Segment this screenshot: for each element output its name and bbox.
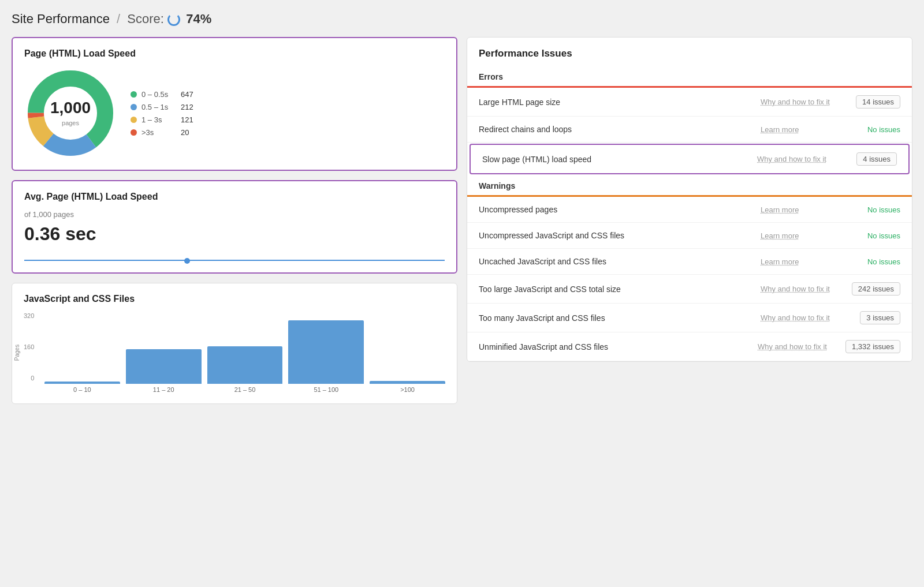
bar-2 — [207, 346, 283, 384]
bar-group-1: 11 – 20 — [126, 349, 202, 393]
issue-badge-unminified-js: 1,332 issues — [845, 340, 900, 353]
bar-4 — [370, 381, 445, 384]
issue-badge-large-html: 14 issues — [848, 95, 900, 109]
bar-group-2: 21 – 50 — [207, 346, 283, 393]
issue-badge-slow: 4 issues — [845, 152, 897, 166]
issue-name-many-js: Too many JavaScript and CSS files — [479, 313, 754, 323]
issue-name-unminified-js: Unminified JavaScript and CSS files — [479, 342, 751, 352]
donut-chart-card: Page (HTML) Load Speed — [12, 37, 457, 171]
legend-dot-yellow — [131, 117, 137, 123]
issue-name-redirect: Redirect chains and loops — [479, 125, 754, 134]
main-layout: Page (HTML) Load Speed — [12, 37, 912, 404]
issue-name-slow: Slow page (HTML) load speed — [482, 155, 750, 164]
speed-bar-line — [24, 260, 445, 261]
badge-box-many-js: 3 issues — [860, 311, 900, 324]
score-value: 74% — [186, 12, 211, 26]
issue-name-large-js-total: Too large JavaScript and CSS total size — [479, 285, 754, 294]
issue-row-unminified-js: Unminified JavaScript and CSS files Why … — [467, 332, 912, 361]
panel-title: Performance Issues — [467, 38, 912, 68]
badge-box-large-html: 14 issues — [856, 95, 900, 109]
issue-link-large-js-total[interactable]: Why and how to fix it — [761, 285, 841, 293]
score-label: Score: — [127, 12, 164, 26]
issue-link-large-html[interactable]: Why and how to fix it — [761, 98, 841, 106]
bar-chart-section: 320 160 0 Pages 0 – 10 11 – 20 — [24, 312, 445, 393]
issue-row-uncompressed-js: Uncompressed JavaScript and CSS files Le… — [467, 223, 912, 249]
issue-row-slow-wrapper: Slow page (HTML) load speed Why and how … — [467, 144, 912, 174]
speed-bar-dot — [184, 258, 190, 264]
issue-link-many-js[interactable]: Why and how to fix it — [761, 313, 841, 322]
avg-speed-subtitle: of 1,000 pages — [24, 210, 445, 219]
issue-link-slow[interactable]: Why and how to fix it — [757, 155, 838, 163]
legend-range-green: 0 – 0.5s — [141, 90, 176, 99]
no-issues-uncompressed-js: No issues — [867, 231, 900, 240]
page-title: Site Performance / Score: 74% — [12, 12, 912, 27]
issue-name-uncompressed-js: Uncompressed JavaScript and CSS files — [479, 231, 754, 240]
bar-chart-card: JavaScript and CSS Files 320 160 0 Pages… — [12, 283, 457, 404]
issue-row-large-js-total: Too large JavaScript and CSS total size … — [467, 275, 912, 304]
bar-label-0: 0 – 10 — [73, 386, 91, 393]
legend-range-yellow: 1 – 3s — [141, 115, 176, 124]
issue-row-many-js: Too many JavaScript and CSS files Why an… — [467, 304, 912, 332]
bar-chart-title: JavaScript and CSS Files — [24, 294, 445, 304]
legend-dot-blue — [131, 104, 137, 110]
legend-count-yellow: 121 — [181, 115, 193, 124]
issue-row-uncached-js: Uncached JavaScript and CSS files Learn … — [467, 249, 912, 275]
bar-label-3: 51 – 100 — [314, 386, 338, 393]
bar-0 — [44, 382, 120, 384]
score-spinner — [167, 13, 180, 26]
issue-badge-redirect: No issues — [848, 124, 900, 134]
no-issues-uncompressed-pages: No issues — [867, 205, 900, 214]
bar-1 — [126, 349, 202, 384]
issue-link-redirect[interactable]: Learn more — [761, 125, 841, 134]
bar-chart: 320 160 0 Pages 0 – 10 11 – 20 — [24, 312, 445, 393]
donut-center-label: pages — [62, 119, 79, 126]
bar-label-1: 11 – 20 — [153, 386, 174, 393]
legend-range-red: >3s — [141, 128, 176, 137]
donut-center: 1,000 pages — [50, 99, 91, 128]
legend-item-yellow: 1 – 3s 121 — [131, 115, 193, 124]
avg-speed-card: Avg. Page (HTML) Load Speed of 1,000 pag… — [12, 180, 457, 274]
issue-link-uncompressed-pages[interactable]: Learn more — [761, 205, 841, 214]
issue-name-uncompressed-pages: Uncompressed pages — [479, 205, 754, 214]
issue-row-redirect: Redirect chains and loops Learn more No … — [467, 117, 912, 143]
issue-name-large-html: Large HTML page size — [479, 98, 754, 107]
legend-item-blue: 0.5 – 1s 212 — [131, 103, 193, 111]
donut-card-title: Page (HTML) Load Speed — [24, 48, 445, 59]
bar-label-4: >100 — [400, 386, 415, 393]
issue-link-uncached-js[interactable]: Learn more — [761, 257, 841, 266]
legend-item-red: >3s 20 — [131, 128, 193, 137]
right-panel-wrapper: Performance Issues Errors Large HTML pag… — [467, 37, 912, 362]
issue-badge-uncompressed-pages: No issues — [848, 204, 900, 215]
legend-dot-green — [131, 91, 137, 98]
issue-badge-uncompressed-js: No issues — [848, 230, 900, 241]
bar-chart-y-label: Pages — [14, 345, 20, 361]
issue-link-uncompressed-js[interactable]: Learn more — [761, 231, 841, 240]
issue-badge-many-js: 3 issues — [848, 311, 900, 324]
avg-speed-value: 0.36 sec — [24, 223, 445, 245]
bar-chart-y-axis: 320 160 0 — [24, 312, 36, 382]
warnings-header: Warnings — [467, 177, 912, 197]
badge-box-large-js-total: 242 issues — [852, 282, 900, 296]
issue-link-unminified-js[interactable]: Why and how to fix it — [758, 342, 839, 351]
issue-name-uncached-js: Uncached JavaScript and CSS files — [479, 257, 754, 266]
title-slash: / — [117, 12, 120, 26]
left-column: Page (HTML) Load Speed — [12, 37, 457, 404]
legend-range-blue: 0.5 – 1s — [141, 103, 176, 111]
donut-legend: 0 – 0.5s 647 0.5 – 1s 212 1 – 3s 121 — [131, 90, 193, 137]
donut-section: 1,000 pages 0 – 0.5s 647 0.5 – 1s 212 — [24, 67, 445, 159]
badge-box-slow: 4 issues — [856, 152, 897, 166]
issue-row-large-html: Large HTML page size Why and how to fix … — [467, 88, 912, 117]
errors-header: Errors — [467, 68, 912, 88]
legend-dot-red — [131, 129, 137, 136]
legend-count-green: 647 — [181, 90, 193, 99]
issue-badge-large-js-total: 242 issues — [848, 282, 900, 296]
donut-chart: 1,000 pages — [24, 67, 117, 159]
bar-label-2: 21 – 50 — [234, 386, 256, 393]
bar-group-0: 0 – 10 — [44, 382, 120, 393]
issue-row-slow: Slow page (HTML) load speed Why and how … — [470, 144, 910, 174]
avg-speed-title: Avg. Page (HTML) Load Speed — [24, 192, 445, 202]
issue-row-uncompressed-pages: Uncompressed pages Learn more No issues — [467, 197, 912, 223]
bar-group-3: 51 – 100 — [288, 320, 364, 393]
legend-count-blue: 212 — [181, 103, 193, 111]
no-issues-redirect: No issues — [867, 125, 900, 134]
